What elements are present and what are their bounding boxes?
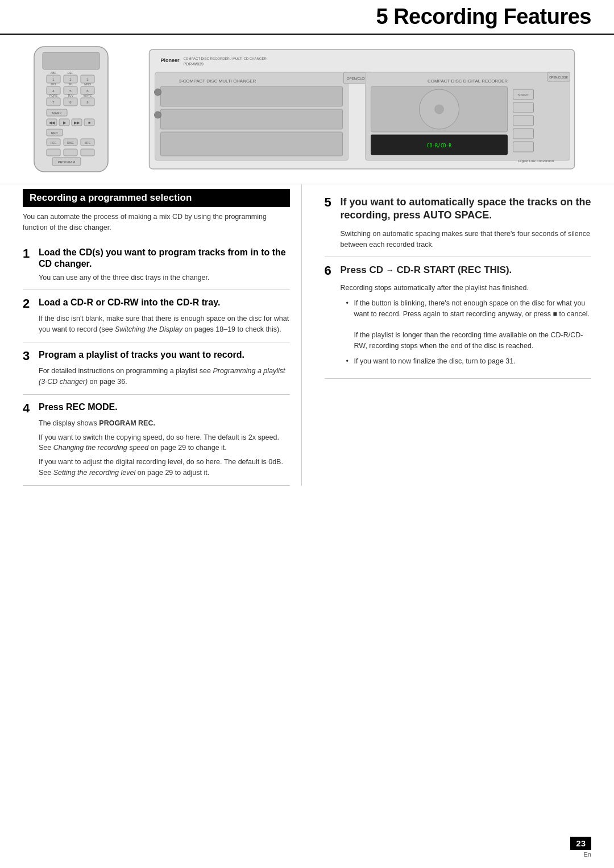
- step-1-number: 1: [23, 247, 34, 261]
- svg-text:OPEN/CLOSE: OPEN/CLOSE: [549, 76, 568, 79]
- step-5-heading: 5 If you want to automatically space the…: [325, 196, 592, 226]
- step-6-body: Recording stops automatically after the …: [325, 283, 592, 366]
- page-number: 23: [570, 837, 591, 850]
- svg-text:WXYZ: WXYZ: [84, 94, 92, 97]
- step-4: 4 Press REC MODE. The display shows PROG…: [23, 395, 290, 486]
- step-4-heading: 4 Press REC MODE.: [23, 402, 290, 415]
- arrow-icon: →: [386, 265, 394, 275]
- right-column: 5 If you want to automatically space the…: [319, 184, 592, 486]
- bullet-1: If the button is blinking, there's not e…: [346, 298, 592, 352]
- svg-rect-45: [81, 149, 94, 156]
- remote-control-image: 1 2 3 4 5 6 7 8 9 ABC DEF GHI JKL MNO PQ…: [23, 44, 122, 175]
- main-content: Recording a programmed selection You can…: [0, 184, 614, 486]
- svg-text:MNO: MNO: [84, 82, 91, 86]
- svg-text:MARK: MARK: [52, 111, 61, 115]
- svg-rect-74: [513, 129, 534, 139]
- svg-text:REC: REC: [51, 141, 57, 144]
- svg-text:START: START: [518, 93, 529, 97]
- svg-rect-43: [47, 149, 60, 156]
- cd-player-image: Pioneer COMPACT DISC RECORDER / MULTI-CD…: [134, 44, 591, 175]
- svg-text:Pioneer: Pioneer: [161, 57, 180, 63]
- step-5-number: 5: [325, 196, 336, 209]
- svg-rect-44: [64, 149, 77, 156]
- step-6-number: 6: [325, 264, 336, 278]
- svg-text:REC: REC: [51, 131, 59, 135]
- svg-point-61: [155, 111, 161, 118]
- page-header: 5 Recording Features: [0, 0, 614, 35]
- step-3-heading: 3 Program a playlist of tracks you want …: [23, 349, 290, 363]
- svg-text:ABC: ABC: [51, 71, 57, 75]
- step-6-bullets: If the button is blinking, there's not e…: [341, 298, 592, 367]
- step-4-title: Press REC MODE.: [39, 402, 118, 413]
- intro-text: You can automate the process of making a…: [23, 212, 290, 233]
- step-1-title: Load the CD(s) you want to program track…: [39, 247, 290, 270]
- step-2-number: 2: [23, 297, 34, 311]
- step-3-title: Program a playlist of tracks you want to…: [39, 349, 244, 361]
- page-footer: 23 En: [570, 837, 591, 858]
- chapter-title: 5 Recording Features: [376, 5, 591, 29]
- step-6: 6 Press CD → CD-R START (REC THIS). Reco…: [325, 257, 592, 378]
- step-1: 1 Load the CD(s) you want to program tra…: [23, 240, 290, 291]
- svg-text:COMPACT DISC DIGITAL RECORDER: COMPACT DISC DIGITAL RECORDER: [428, 78, 508, 84]
- step-3-number: 3: [23, 349, 34, 363]
- step-5: 5 If you want to automatically space the…: [325, 189, 592, 257]
- step-2: 2 Load a CD-R or CD-RW into the CD-R tra…: [23, 290, 290, 342]
- step-2-body: If the disc isn't blank, make sure that …: [23, 313, 290, 335]
- step-4-body: The display shows PROGRAM REC. If you wa…: [23, 418, 290, 478]
- step-5-body: Switching on automatic spacing makes sur…: [325, 229, 592, 250]
- svg-text:▶▶: ▶▶: [74, 121, 80, 125]
- svg-text:GHI: GHI: [51, 82, 56, 86]
- svg-text:SRC: SRC: [85, 141, 91, 144]
- svg-rect-1: [43, 52, 99, 69]
- step-6-title: Press CD → CD-R START (REC THIS).: [341, 264, 512, 276]
- step-1-heading: 1 Load the CD(s) you want to program tra…: [23, 247, 290, 270]
- left-column: Recording a programmed selection You can…: [23, 184, 302, 486]
- svg-text:PDR-W839: PDR-W839: [184, 62, 204, 66]
- svg-text:Legato Link Conversion: Legato Link Conversion: [518, 159, 554, 163]
- svg-rect-73: [513, 115, 534, 126]
- svg-point-60: [155, 89, 161, 96]
- page-lang: En: [584, 851, 591, 858]
- svg-rect-72: [513, 102, 534, 113]
- svg-text:◀◀: ◀◀: [49, 121, 55, 125]
- step-2-heading: 2 Load a CD-R or CD-RW into the CD-R tra…: [23, 297, 290, 311]
- chapter-number: 5: [376, 5, 388, 28]
- step-2-title: Load a CD-R or CD-RW into the CD-R tray.: [39, 297, 220, 308]
- section-banner: Recording a programmed selection: [23, 189, 290, 207]
- svg-text:TUV: TUV: [68, 94, 74, 97]
- svg-point-68: [435, 105, 444, 114]
- chapter-title-text: Recording Features: [393, 5, 591, 28]
- svg-text:PROGRAM: PROGRAM: [57, 160, 75, 164]
- svg-rect-57: [161, 86, 343, 106]
- step-3-body: For detailed instructions on programming…: [23, 366, 290, 387]
- step-4-number: 4: [23, 402, 34, 415]
- bullet-2: If you want to now finalize the disc, tu…: [346, 356, 592, 367]
- svg-text:JKL: JKL: [68, 82, 73, 86]
- svg-text:3-COMPACT DISC MULTI CHANGER: 3-COMPACT DISC MULTI CHANGER: [179, 78, 256, 84]
- svg-text:PQRS: PQRS: [49, 94, 58, 97]
- svg-rect-75: [513, 142, 534, 152]
- step-5-title: If you want to automatically space the t…: [341, 196, 592, 222]
- svg-text:DEF: DEF: [68, 71, 73, 75]
- svg-text:■: ■: [88, 121, 90, 125]
- step-1-body: You can use any of the three disc trays …: [23, 272, 290, 283]
- device-image-area: 1 2 3 4 5 6 7 8 9 ABC DEF GHI JKL MNO PQ…: [0, 35, 614, 184]
- step-6-heading: 6 Press CD → CD-R START (REC THIS).: [325, 264, 592, 280]
- svg-text:COMPACT DISC RECORDER / MULTI-: COMPACT DISC RECORDER / MULTI-CD CHANGER: [184, 57, 267, 60]
- svg-text:DISC: DISC: [67, 141, 74, 144]
- svg-rect-58: [161, 109, 343, 129]
- svg-rect-59: [161, 132, 343, 156]
- svg-text:CD-R/CD-R: CD-R/CD-R: [427, 143, 452, 148]
- step-3: 3 Program a playlist of tracks you want …: [23, 342, 290, 395]
